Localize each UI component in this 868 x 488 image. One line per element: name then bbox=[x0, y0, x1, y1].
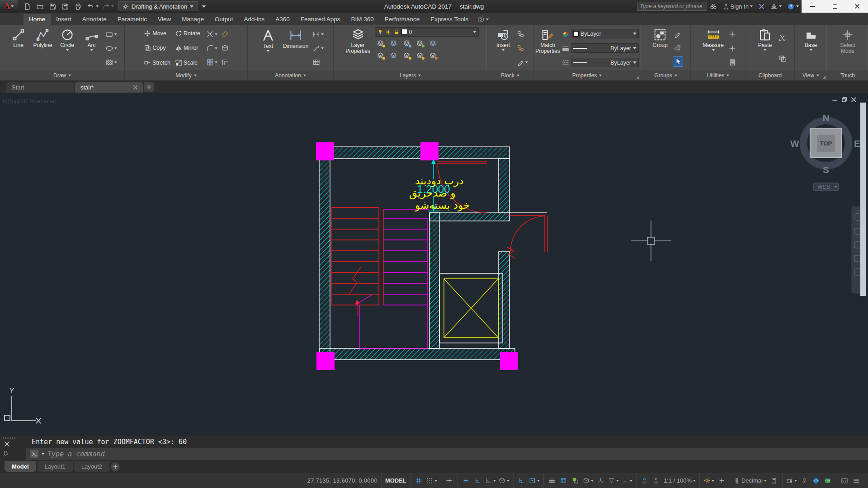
ribbon-tab-output[interactable]: Output bbox=[209, 14, 239, 25]
isometric-drafting-button[interactable] bbox=[497, 474, 511, 487]
define-attributes-button[interactable] bbox=[516, 57, 529, 67]
viewcube-west[interactable]: W bbox=[790, 138, 799, 149]
layer-previous-button[interactable] bbox=[388, 50, 400, 61]
exchange-apps-button[interactable] bbox=[755, 0, 768, 13]
search-input[interactable]: Type a keyword or phrase bbox=[637, 2, 707, 11]
transparency-button[interactable] bbox=[558, 474, 570, 487]
viewcube-east[interactable]: E bbox=[854, 138, 860, 149]
array-button[interactable] bbox=[205, 57, 218, 67]
view-expander[interactable] bbox=[823, 76, 826, 79]
arc-button[interactable]: Arc bbox=[80, 26, 104, 70]
snap-mode-button[interactable] bbox=[425, 474, 439, 487]
leader-button[interactable] bbox=[311, 43, 325, 53]
recent-commands-dropdown[interactable] bbox=[42, 453, 44, 455]
lineweight-list-button[interactable] bbox=[561, 44, 570, 53]
ribbon-tab-home[interactable]: Home bbox=[24, 14, 51, 25]
object-snap-button[interactable] bbox=[528, 474, 541, 487]
viewcube-south[interactable]: S bbox=[823, 164, 829, 175]
ribbon-tab-express-tools[interactable]: Express Tools bbox=[425, 14, 474, 25]
fullscreen-button[interactable] bbox=[839, 474, 850, 487]
help-button[interactable] bbox=[784, 0, 802, 13]
new-layout-button[interactable] bbox=[111, 462, 120, 471]
search-button[interactable] bbox=[707, 0, 720, 13]
offset-button[interactable] bbox=[220, 57, 230, 67]
scale-button[interactable]: Scale bbox=[174, 59, 202, 67]
quick-properties-button[interactable] bbox=[768, 474, 780, 487]
text-button[interactable]: Text bbox=[256, 26, 280, 70]
redo-button[interactable] bbox=[100, 1, 111, 11]
new-file-button[interactable] bbox=[22, 1, 33, 11]
panel-label-annotation[interactable]: Annotation bbox=[248, 70, 333, 80]
fillet-button[interactable] bbox=[205, 43, 218, 53]
dimension-style-button[interactable] bbox=[311, 29, 325, 39]
lineweight-display-button[interactable] bbox=[546, 474, 558, 487]
viewcube[interactable]: N W E S TOP WCS bbox=[790, 113, 860, 191]
coordinates-readout[interactable]: 27.7135, 13.6070, 0.0000 bbox=[304, 477, 381, 484]
customization-menu-button[interactable] bbox=[850, 474, 862, 487]
viewcube-north[interactable]: N bbox=[822, 113, 829, 123]
panel-label-clipboard[interactable]: Clipboard bbox=[746, 70, 794, 80]
selection-filter-button[interactable] bbox=[607, 474, 620, 487]
dimension-button[interactable]: Dimension bbox=[281, 26, 311, 70]
panel-label-properties[interactable]: Properties bbox=[533, 70, 641, 80]
layer-off-button[interactable] bbox=[427, 50, 439, 61]
gizmo-button[interactable] bbox=[620, 474, 634, 487]
annotation-visibility-button[interactable] bbox=[639, 474, 651, 487]
copy-button[interactable]: Copy bbox=[142, 44, 172, 52]
viewport-close-icon[interactable] bbox=[851, 97, 856, 102]
create-block-button[interactable] bbox=[516, 29, 529, 39]
workspace-switcher[interactable]: Drafting & Annotation bbox=[118, 1, 198, 11]
dynamic-input-button[interactable] bbox=[460, 474, 472, 487]
ribbon-tab-parametric[interactable]: Parametric bbox=[112, 14, 152, 25]
layer-properties-button[interactable]: Layer Properties bbox=[342, 26, 374, 70]
isolate-objects-button[interactable] bbox=[798, 474, 810, 487]
layer-unlock-button[interactable] bbox=[414, 50, 426, 61]
command-drag-grip[interactable] bbox=[3, 437, 15, 439]
layer-set-current-button[interactable] bbox=[388, 38, 400, 49]
restore-button[interactable] bbox=[824, 0, 846, 13]
line-button[interactable]: Line bbox=[7, 26, 30, 70]
units-button[interactable]: Decimal bbox=[732, 474, 768, 487]
circle-button[interactable]: Circle bbox=[56, 26, 79, 70]
table-button[interactable] bbox=[311, 57, 325, 67]
qat-customize-dropdown[interactable] bbox=[202, 5, 206, 8]
ribbon-tab-performance[interactable]: Performance bbox=[379, 14, 425, 25]
close-button[interactable] bbox=[846, 0, 868, 13]
tab-model[interactable]: Model bbox=[5, 461, 36, 472]
group-edit-button[interactable] bbox=[673, 29, 683, 39]
clean-screen-button[interactable] bbox=[822, 474, 834, 487]
match-properties-button[interactable]: Match Properties bbox=[535, 26, 560, 70]
panel-label-touch[interactable]: Touch bbox=[827, 70, 868, 80]
quick-calculator-button[interactable] bbox=[728, 58, 737, 67]
select-mode-button[interactable]: Select Mode bbox=[833, 26, 862, 70]
cut-button[interactable] bbox=[778, 33, 787, 42]
selection-cycling-button[interactable] bbox=[570, 474, 581, 487]
measure-button[interactable]: Measure bbox=[700, 26, 727, 70]
layer-freeze-button[interactable] bbox=[401, 38, 413, 49]
command-close-icon[interactable] bbox=[5, 441, 9, 446]
ribbon-tab-view[interactable]: View bbox=[152, 14, 176, 25]
insert-button[interactable]: Insert bbox=[491, 26, 515, 70]
open-file-button[interactable] bbox=[34, 1, 45, 11]
ui-lock-button[interactable] bbox=[785, 474, 798, 487]
plot-button[interactable] bbox=[72, 1, 83, 11]
tab-layout2[interactable]: Layout2 bbox=[74, 461, 109, 472]
undo-button[interactable] bbox=[85, 1, 96, 11]
undo-dropdown[interactable] bbox=[96, 5, 99, 7]
linetype-list-button[interactable] bbox=[561, 58, 570, 67]
panel-label-block[interactable]: Block bbox=[487, 70, 533, 80]
new-drawing-tab-button[interactable] bbox=[144, 82, 154, 92]
viewport-controls[interactable]: [-][Top][2D Wireframe] bbox=[3, 98, 56, 104]
file-tab-start[interactable]: Start bbox=[6, 82, 74, 93]
model-space-canvas[interactable]: 1.2000 درب دودبند و ضدحریق خود بسته‌شو N… bbox=[0, 93, 868, 436]
command-customize-icon[interactable] bbox=[3, 450, 9, 457]
autoscale-button[interactable] bbox=[651, 474, 662, 487]
layer-isolate-button[interactable] bbox=[375, 38, 387, 49]
workspace-switching-button[interactable] bbox=[702, 474, 716, 487]
ungroup-button[interactable] bbox=[673, 43, 683, 52]
annotation-monitor-button[interactable] bbox=[716, 474, 727, 487]
mirror-button[interactable]: Mirror bbox=[174, 44, 202, 52]
rotate-button[interactable]: Rotate bbox=[174, 29, 202, 38]
layer-unisolate-button[interactable] bbox=[375, 50, 387, 61]
a360-button[interactable] bbox=[768, 0, 784, 13]
